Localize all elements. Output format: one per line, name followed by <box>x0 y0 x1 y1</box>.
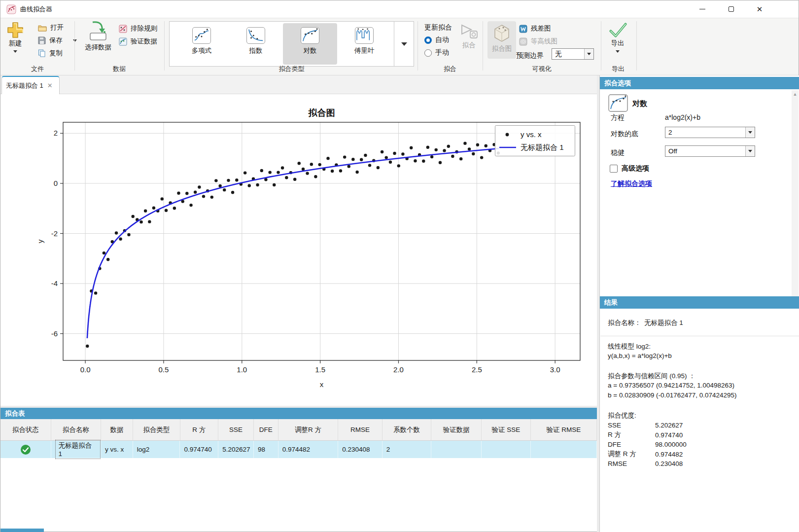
validation-data-button[interactable]: 验证数据 <box>119 37 157 46</box>
exclusion-rules-icon <box>119 25 127 33</box>
table-cell[interactable]: 0.230408 <box>338 441 382 458</box>
logarithm-icon <box>301 27 319 44</box>
copy-button[interactable]: 复制 <box>38 49 63 58</box>
copy-icon <box>38 49 46 57</box>
auto-radio[interactable]: 自动 <box>424 35 449 44</box>
save-floppy-icon <box>38 36 46 44</box>
select-data-button[interactable]: 选择数据 <box>80 20 116 52</box>
fit-type-polynomial[interactable]: 多项式 <box>174 23 229 65</box>
tab-untitled-fit-1[interactable]: 无标题拟合 1 ✕ <box>1 76 60 94</box>
prediction-bounds-label: 预测边界 <box>516 51 544 60</box>
polynomial-icon <box>192 27 211 44</box>
close-button[interactable]: ✕ <box>748 0 771 18</box>
column-header[interactable]: R 方 <box>180 419 219 440</box>
table-cell[interactable]: 98 <box>254 441 278 458</box>
collapsed-panel-strip[interactable] <box>0 529 44 532</box>
results-divider <box>600 336 799 336</box>
table-cell[interactable]: 无标题拟合 1 <box>51 441 102 458</box>
app-icon <box>6 4 16 16</box>
fit-table-header: 拟合表 <box>0 408 597 419</box>
new-plus-icon <box>6 21 24 39</box>
table-cell[interactable]: log2 <box>133 441 180 458</box>
column-header[interactable]: DFE <box>254 419 278 440</box>
fit-plot-chart[interactable]: 0.00.51.01.52.02.53.020-2-4-6拟合图xyy vs. … <box>0 94 597 406</box>
minimize-button[interactable] <box>691 0 714 18</box>
column-header[interactable]: 验证数据 <box>431 419 482 440</box>
robust-dropdown[interactable]: Off <box>665 145 755 157</box>
tab-label: 无标题拟合 1 <box>6 81 43 90</box>
fit-type-exponential[interactable]: 指数 <box>229 23 283 65</box>
options-scrollbar[interactable]: ▲ ▼ <box>792 90 799 305</box>
export-dropdown-caret[interactable] <box>616 50 620 53</box>
svg-text:2: 2 <box>54 129 58 137</box>
column-header[interactable]: 数据 <box>101 419 133 440</box>
select-data-label: 选择数据 <box>85 43 111 52</box>
log-base-dropdown[interactable]: 2 <box>665 127 755 138</box>
column-header[interactable]: 验证 RMSE <box>531 419 597 440</box>
fit-name-value: 无标题拟合 1 <box>644 319 683 327</box>
table-cell[interactable]: 0.974482 <box>278 441 338 458</box>
fit-type-gallery: 多项式 指数 对数 <box>169 21 414 67</box>
fit-type-section-label: 拟合类型 <box>169 65 414 73</box>
save-dropdown-caret[interactable] <box>73 39 77 42</box>
gof-row: DFE98.000000 <box>608 440 687 450</box>
new-dropdown-caret[interactable] <box>13 50 17 53</box>
residuals-plot-icon <box>519 25 527 33</box>
column-header[interactable]: RMSE <box>338 419 382 440</box>
svg-text:0: 0 <box>54 179 58 187</box>
advanced-options-checkbox-row[interactable]: 高级选项 <box>610 164 649 173</box>
prediction-bounds-value: 无 <box>552 50 584 59</box>
table-cell[interactable] <box>531 441 597 458</box>
column-header[interactable]: 拟合类型 <box>133 419 180 440</box>
manual-radio[interactable]: 手动 <box>424 48 449 57</box>
fit-status-ok-icon <box>0 441 51 458</box>
table-cell[interactable]: 0.974740 <box>180 441 218 458</box>
tab-close-icon[interactable]: ✕ <box>47 82 53 89</box>
table-cell[interactable]: y vs. x <box>101 441 133 458</box>
auto-radio-circle <box>424 36 432 44</box>
table-cell[interactable]: 2 <box>382 441 432 458</box>
fit-table-row[interactable]: 无标题拟合 1y vs. xlog20.9747405.202627980.97… <box>0 441 597 458</box>
open-button[interactable]: 打开 <box>38 23 64 32</box>
fit-type-logarithm[interactable]: 对数 <box>283 23 337 65</box>
scroll-up-icon[interactable]: ▲ <box>792 90 799 98</box>
svg-text:x: x <box>320 380 324 389</box>
model-line2: y(a,b,x) = a*log2(x)+b <box>608 352 672 359</box>
residuals-plot-button[interactable]: 残差图 <box>519 24 551 33</box>
svg-text:0.5: 0.5 <box>159 365 169 374</box>
column-header[interactable]: 拟合状态 <box>0 419 51 440</box>
fit-type-fourier[interactable]: 傅里叶 <box>337 23 391 65</box>
table-cell[interactable]: 5.202627 <box>218 441 254 458</box>
column-header[interactable]: 验证 SSE <box>482 419 531 440</box>
exclusion-rules-label: 排除规则 <box>131 24 157 33</box>
fit-type-name: 对数 <box>632 99 647 108</box>
coeff-b: b = 0.02830909 (-0.01762477, 0.07424295) <box>608 391 737 399</box>
column-header[interactable]: 系数个数 <box>382 419 432 440</box>
svg-text:0.0: 0.0 <box>80 365 91 374</box>
new-button[interactable]: 新建 <box>4 21 26 53</box>
svg-text:-2: -2 <box>51 229 58 238</box>
fit-plot-toggle[interactable]: 拟合图 <box>487 21 516 59</box>
fit-type-gallery-expand[interactable] <box>394 22 414 66</box>
contour-plot-label: 等高线图 <box>531 37 557 46</box>
column-header[interactable]: SSE <box>218 419 254 440</box>
fit-plot-label: 拟合图 <box>487 44 516 53</box>
robust-value: Off <box>665 147 745 155</box>
save-button[interactable]: 保存 <box>38 36 77 45</box>
advanced-options-checkbox[interactable] <box>610 165 618 173</box>
exclusion-rules-button[interactable]: 排除规则 <box>119 24 157 33</box>
learn-fit-options-link[interactable]: 了解拟合选项 <box>611 179 652 188</box>
prediction-bounds-dropdown[interactable]: 无 <box>552 48 594 60</box>
maximize-button[interactable] <box>720 0 742 18</box>
column-header[interactable]: 拟合名称 <box>51 419 102 440</box>
advanced-options-label: 高级选项 <box>622 164 649 173</box>
table-cell[interactable] <box>482 441 531 458</box>
prediction-bounds-arrow <box>584 49 593 59</box>
fit-name-label: 拟合名称： <box>608 319 641 327</box>
column-header[interactable]: 调整R 方 <box>278 419 339 440</box>
manual-radio-circle <box>424 49 432 57</box>
auto-label: 自动 <box>435 35 449 44</box>
export-check-icon <box>608 21 627 39</box>
table-cell[interactable] <box>431 441 482 458</box>
export-button[interactable]: 导出 <box>605 21 630 53</box>
